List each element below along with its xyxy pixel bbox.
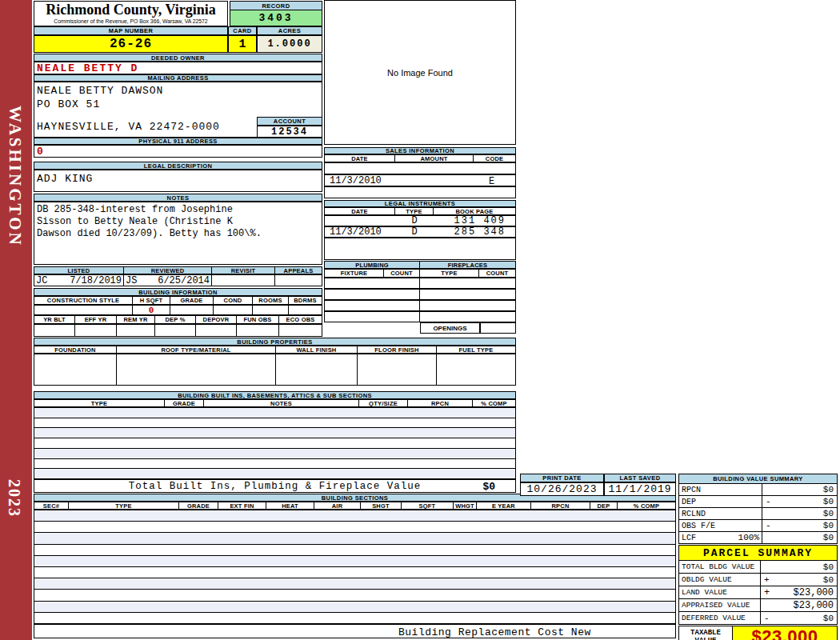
building-info-values-1: 0 (34, 305, 322, 315)
mailing-address-label: MAILING ADDRESS (34, 74, 322, 82)
empty-row (34, 533, 675, 544)
plumbing-fireplaces-headers: FIXTURE COUNT TYPE COUNT (324, 269, 516, 278)
replacement-cost-label: Building Replacement Cost New (398, 626, 591, 638)
built-ins-total-label: Total Built Ins, Plumbing & Fireplace Va… (129, 481, 422, 492)
empty-row (34, 567, 675, 578)
sales-row-2: 11/3/2010 E (324, 174, 516, 186)
empty-row (34, 590, 675, 601)
ps-row-obldg: OBLDG VALUE + $0 (678, 573, 838, 586)
built-ins-headers: TYPE GRADE NOTES QTY/SIZE RPCN % COMP (34, 399, 516, 407)
reviewed-date: 6/25/2014 (158, 275, 210, 286)
openings-value (480, 322, 516, 334)
no-image-message: No Image Found (387, 68, 453, 78)
notes-block: DB 285-348-interest from Josephine Sisso… (34, 202, 322, 265)
legal-instrument-row-2: 11/3/2010 D 285 348 (324, 226, 516, 238)
county-title-box: Richmond County, Virginia Commissioner o… (34, 1, 228, 26)
ps-row-total-bldg: TOTAL BLDG VALUE $0 (678, 560, 838, 574)
plumbing-row (324, 278, 516, 289)
sales-row-3 (324, 186, 516, 198)
revisit-cell (212, 275, 275, 286)
built-ins-total-value: $0 (482, 481, 495, 493)
empty-row (34, 459, 515, 470)
print-date-value: 10/26/2023 (520, 482, 604, 496)
plumbing-fireplaces-titles: PLUMBING FIREPLACES (324, 261, 516, 269)
review-value-row: JC 7/18/2019 JS 6/25/2014 (34, 274, 322, 286)
deeded-owner-value: NEALE BETTY D (34, 62, 322, 74)
card-label: CARD (228, 26, 257, 35)
building-sections-footer-row: Building Replacement Cost New (34, 624, 676, 638)
building-properties-title: BUILDING PROPERTIES (34, 338, 516, 346)
legal-instruments-title: LEGAL INSTRUMENTS (324, 200, 516, 207)
property-image-panel: No Image Found (324, 0, 516, 145)
plumbing-row (324, 311, 516, 322)
last-saved-value: 11/1/2019 (604, 482, 676, 496)
taxable-value-label: TAXABLE VALUE (678, 626, 733, 640)
listed-date: 7/18/2019 (70, 275, 122, 286)
listed-by: JC (36, 275, 47, 286)
legal-instruments-empty (324, 238, 516, 260)
account-label: ACCOUNT (257, 117, 322, 126)
ps-row-appraised: APPRAISED VALUE $23,000 (678, 598, 838, 612)
built-ins-title: BUILDING BUILT INS, BASEMENTS, ATTICS & … (34, 391, 516, 399)
empty-row (34, 438, 515, 449)
reviewed-by: JS (126, 275, 137, 286)
legal-description-value: ADJ KING (34, 170, 322, 192)
appeals-cell (275, 275, 322, 286)
building-sections-empty-rows (34, 510, 676, 624)
county-subtitle: Commissioner of the Revenue, PO Box 366,… (34, 18, 227, 24)
county-title: Richmond County, Virginia (34, 2, 227, 18)
instrument-date: 11/3/2010 (325, 226, 395, 238)
parcel-summary: PARCEL SUMMARY TOTAL BLDG VALUE $0 OBLDG… (678, 545, 838, 640)
building-value-summary: BUILDING VALUE SUMMARY RPCN $0 DEP - $0 … (678, 474, 838, 544)
instrument-bookpage: 131 409 (434, 215, 515, 226)
empty-row (34, 408, 515, 418)
account-value: 12534 (257, 126, 322, 138)
ps-row-deferred: DEFERRED VALUE - $0 (678, 611, 838, 625)
notes-label: NOTES (34, 194, 322, 202)
legal-description-label: LEGAL DESCRIPTION (34, 162, 322, 170)
empty-row (34, 602, 675, 613)
empty-row (34, 469, 515, 478)
plumbing-row (324, 289, 516, 300)
card-value: 1 (228, 35, 257, 53)
sidebar: WASHINGTON 2023 (0, 0, 32, 640)
instrument-bookpage: 285 348 (434, 226, 515, 238)
ps-row-land: LAND VALUE + $23,000 (678, 586, 838, 599)
empty-row (34, 522, 675, 533)
empty-row (34, 428, 515, 438)
plumbing-row (324, 300, 516, 311)
notes-line-3: Dawson died 10/23/09). Betty has 100\%. (34, 228, 322, 240)
legal-instruments-headers: DATE TYPE BOOK PAGE (324, 207, 516, 215)
last-saved-label: LAST SAVED (604, 474, 676, 482)
acres-label: ACRES (257, 26, 322, 35)
notes-line-1: DB 285-348-interest from Josephine (34, 202, 322, 216)
building-properties-values (34, 354, 516, 386)
empty-row (34, 613, 675, 623)
bvs-row-rclnd: RCLND $0 (678, 507, 838, 520)
building-properties-headers: FOUNDATION ROOF TYPE/MATERIAL WALL FINIS… (34, 346, 516, 354)
legal-instrument-row-1: D 131 409 (324, 215, 516, 226)
sales-headers: DATE AMOUNT CODE (324, 154, 516, 162)
empty-row (34, 418, 515, 429)
building-info-header-1: CONSTRUCTION STYLE H SQFT GRADE COND ROO… (34, 296, 322, 305)
deeded-owner-label: DEEDED OWNER (34, 54, 322, 62)
h-sqft-value: 0 (149, 306, 154, 315)
record-value: 3403 (230, 10, 322, 26)
empty-row (34, 578, 675, 590)
sidebar-district-label: WASHINGTON (5, 80, 25, 272)
physical-address-label: PHYSICAL 911 ADDRESS (34, 138, 322, 145)
map-number-value: 26-26 (34, 35, 228, 53)
sales-information-title: SALES INFORMATION (324, 147, 516, 154)
bvs-row-dep: DEP - $0 (678, 495, 838, 508)
bvs-row-lcf: LCF 100% $0 (678, 531, 838, 544)
built-ins-total-row: Total Built Ins, Plumbing & Fireplace Va… (34, 479, 516, 493)
plumbing-title: PLUMBING (325, 262, 420, 268)
sidebar-year-label: 2023 (5, 460, 23, 536)
taxable-value: $23,000 (733, 626, 838, 640)
mailing-line-1: NEALE BETTY DAWSON (34, 82, 322, 97)
review-header-row: LISTED REVIEWED REVISIT APPEALS (34, 266, 322, 274)
acres-value: 1.0000 (257, 35, 322, 53)
mailing-line-2: PO BOX 51 (34, 97, 322, 110)
empty-row (34, 545, 675, 556)
building-info-header-2: YR BLT EFF YR REM YR DEP % DEPOVR FUN OB… (34, 315, 322, 324)
